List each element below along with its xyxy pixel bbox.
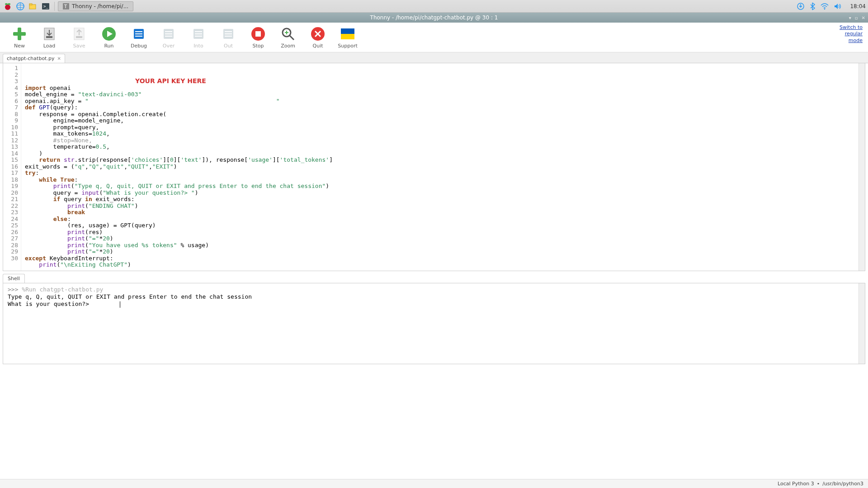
svg-rect-17 <box>46 36 52 38</box>
shell-prompt: >>> <box>8 286 18 293</box>
switch-mode-link[interactable]: Switch to regular mode <box>840 24 863 44</box>
load-icon <box>41 26 57 42</box>
run-button[interactable]: Run <box>94 26 124 49</box>
svg-point-2 <box>8 3 10 5</box>
quit-icon <box>310 26 326 42</box>
terminal-icon[interactable]: >_ <box>40 1 51 12</box>
shell-tab[interactable]: Shell <box>3 274 25 283</box>
editor-tab[interactable]: chatgpt-chatbot.py ✕ <box>3 54 65 63</box>
save-button: Save <box>64 26 94 49</box>
over-button: Over <box>154 26 184 49</box>
wifi-icon[interactable] <box>820 3 829 10</box>
shell-tabbar: Shell <box>3 274 865 283</box>
svg-text:>_: >_ <box>43 4 48 9</box>
shell-output-line: Type q, Q, quit, QUIT or EXIT and press … <box>8 293 860 300</box>
editor-scrollbar[interactable] <box>859 63 865 271</box>
taskbar-app-thonny[interactable]: T Thonny - /home/pi/... <box>58 1 133 11</box>
svg-line-41 <box>290 36 294 40</box>
debug-icon <box>131 26 147 42</box>
load-button[interactable]: Load <box>34 26 64 49</box>
shell[interactable]: >>> %Run chatgpt-chatbot.py Type q, Q, q… <box>3 283 865 364</box>
tab-label: chatgpt-chatbot.py <box>7 56 54 61</box>
svg-rect-7 <box>29 4 32 5</box>
code-content[interactable]: YOUR API KEY HERE import openaimodel_eng… <box>21 63 865 271</box>
play-icon <box>101 26 117 42</box>
minimize-icon[interactable]: ▾ <box>849 15 851 20</box>
plus-icon <box>11 26 28 42</box>
svg-rect-15 <box>13 32 26 36</box>
api-key-overlay: YOUR API KEY HERE <box>135 78 206 84</box>
out-button: Out <box>213 26 243 49</box>
step-over-icon <box>160 26 177 42</box>
taskbar-app-label: Thonny - /home/pi/... <box>72 3 128 9</box>
into-button: Into <box>184 26 213 49</box>
svg-text:T: T <box>64 4 67 9</box>
toolbar: New Load Save Run Debug Over Into Out St… <box>0 23 868 52</box>
svg-rect-19 <box>76 36 82 38</box>
line-gutter: 1234567891011121314151617181920212223242… <box>3 63 21 271</box>
svg-rect-48 <box>341 34 354 39</box>
flag-icon <box>340 26 356 42</box>
thonny-icon: T <box>63 3 69 9</box>
stop-icon <box>250 26 266 42</box>
text-cursor <box>120 301 120 308</box>
interpreter-path[interactable]: /usr/bin/python3 <box>822 481 863 487</box>
step-into-icon <box>190 26 207 42</box>
shell-output-line: What is your question?> <box>8 300 93 307</box>
zoom-icon <box>280 26 296 42</box>
stop-button[interactable]: Stop <box>243 26 273 49</box>
shell-scrollbar[interactable] <box>859 283 865 364</box>
editor-tabbar: chatgpt-chatbot.py ✕ <box>0 52 868 63</box>
svg-point-0 <box>5 5 10 10</box>
taskbar-clock[interactable]: 18:04 <box>850 3 866 9</box>
separator: • <box>817 481 820 487</box>
maximize-icon[interactable]: ▫ <box>855 15 858 20</box>
bluetooth-icon[interactable] <box>809 2 816 10</box>
shell-run-command: %Run chatgpt-chatbot.py <box>22 286 103 293</box>
zoom-button[interactable]: Zoom <box>273 26 303 49</box>
save-icon <box>71 26 87 42</box>
tab-close-icon[interactable]: ✕ <box>57 56 61 61</box>
raspberry-menu-icon[interactable] <box>2 1 13 12</box>
status-bar: Local Python 3 • /usr/bin/python3 <box>0 479 868 488</box>
code-editor[interactable]: 1234567891011121314151617181920212223242… <box>3 63 865 271</box>
close-icon[interactable]: ✕ <box>862 15 865 20</box>
file-manager-icon[interactable] <box>28 1 38 12</box>
svg-point-13 <box>824 8 825 9</box>
support-button[interactable]: Support <box>333 26 363 49</box>
quit-button[interactable]: Quit <box>303 26 333 49</box>
window-title: Thonny - /home/pi/chatgpt-chatbot.py @ 3… <box>370 14 498 21</box>
window-titlebar[interactable]: Thonny - /home/pi/chatgpt-chatbot.py @ 3… <box>0 13 868 23</box>
volume-icon[interactable] <box>834 3 842 10</box>
os-taskbar: >_ T Thonny - /home/pi/... 18:04 <box>0 0 868 13</box>
svg-rect-39 <box>255 31 261 37</box>
svg-point-1 <box>5 3 8 5</box>
debug-button[interactable]: Debug <box>124 26 154 49</box>
svg-rect-47 <box>341 28 354 34</box>
new-button[interactable]: New <box>5 26 34 49</box>
interpreter-label[interactable]: Local Python 3 <box>778 481 814 487</box>
step-out-icon <box>220 26 236 42</box>
updates-icon[interactable] <box>797 2 805 10</box>
web-browser-icon[interactable] <box>15 1 26 12</box>
